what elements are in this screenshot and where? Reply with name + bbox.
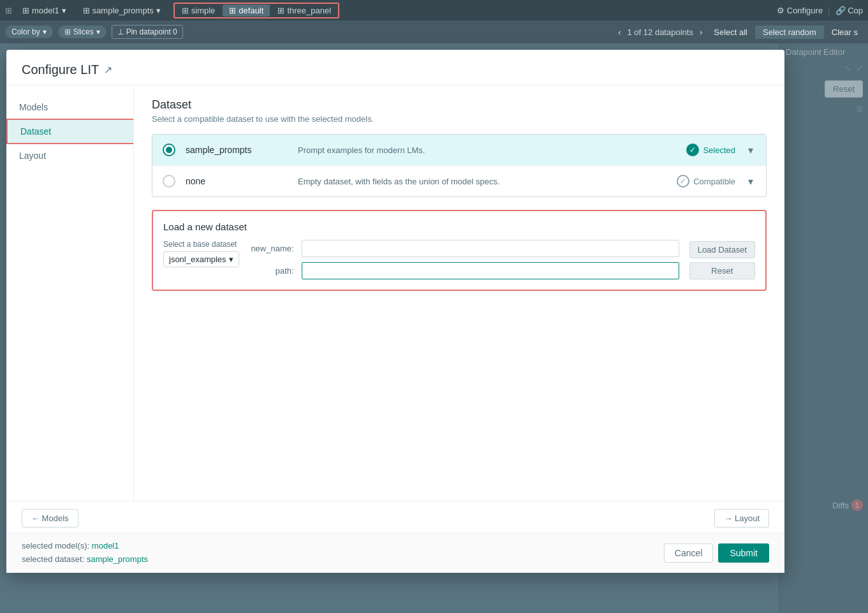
clear-button[interactable]: Clear s <box>827 26 863 39</box>
select-random-button[interactable]: Select random <box>755 26 824 39</box>
sidebar-models-label: Models <box>19 102 48 112</box>
configure-button[interactable]: ⚙ Configure <box>777 6 823 15</box>
tab-default[interactable]: ⊞ default <box>223 4 270 17</box>
selected-label: Selected <box>703 145 735 155</box>
second-bar-right: ‹ 1 of 12 datapoints › Select all Select… <box>614 26 863 39</box>
configure-label: Configure <box>787 6 823 15</box>
grid-icon: ⊞ <box>5 6 12 15</box>
reset-dataset-button[interactable]: Reset <box>689 262 755 279</box>
slices-chip[interactable]: ⊞ Slices ▾ <box>58 26 107 38</box>
load-form-actions: Load Dataset Reset <box>689 240 755 279</box>
new-name-label: new_name: <box>249 244 294 253</box>
dataset-tab-icon: ⊞ <box>83 6 90 15</box>
compatible-label: Compatible <box>693 177 735 186</box>
selected-models-label: selected model(s): <box>22 541 89 550</box>
base-dataset-select[interactable]: jsonl_examples ▾ <box>163 251 239 267</box>
sidebar-item-layout[interactable]: Layout <box>6 144 133 167</box>
dialog-action-footer: selected model(s): model1 selected datas… <box>6 533 784 573</box>
dataset-status-compatible: ✓ Compatible <box>659 175 735 188</box>
top-bar-right: ⚙ Configure | 🔗 Cop <box>777 6 863 15</box>
color-by-chip[interactable]: Color by ▾ <box>5 26 53 38</box>
color-by-label: Color by <box>11 27 40 36</box>
dataset-radio-sample-prompts[interactable] <box>163 144 175 156</box>
dataset-list: sample_prompts Prompt examples for moder… <box>152 134 767 197</box>
model-tab-label: model1 <box>32 6 59 15</box>
second-bar: Color by ▾ ⊞ Slices ▾ ⊥ Pin datapoint 0 … <box>0 20 868 43</box>
path-field-row: path: <box>249 262 679 279</box>
tab-simple-icon: ⊞ <box>182 6 189 15</box>
slices-label: Slices <box>73 27 94 36</box>
load-dataset-title: Load a new dataset <box>163 221 755 232</box>
sample-prompts-expand-button[interactable]: ▾ <box>746 144 756 156</box>
base-dataset-label: Select a base dataset <box>163 240 239 249</box>
dataset-row-sample-prompts[interactable]: sample_prompts Prompt examples for moder… <box>152 135 766 166</box>
dataset-status-selected: ✓ Selected <box>659 144 735 156</box>
pin-button[interactable]: ⊥ Pin datapoint 0 <box>112 25 183 39</box>
content-area: Datapoint Editor ⤡ ⤢ Reset ≡ Diffs 1 Con… <box>0 43 868 613</box>
dialog-body: Models Dataset Layout Dataset Select a c… <box>6 85 784 501</box>
dialog-header: Configure LIT ↗ <box>6 50 784 85</box>
tab-simple-label: simple <box>191 6 216 15</box>
tab-three-panel[interactable]: ⊞ three_panel <box>271 4 337 17</box>
configure-dialog: Configure LIT ↗ Models Dataset Layout <box>6 50 784 573</box>
forward-layout-button[interactable]: → Layout <box>714 509 769 528</box>
selected-models-line: selected model(s): model1 <box>22 540 148 553</box>
model-tab-icon: ⊞ <box>22 6 29 15</box>
top-bar: ⊞ ⊞ model1 ▾ ⊞ sample_prompts ▾ ⊞ simple… <box>0 0 868 20</box>
dialog-sidebar: Models Dataset Layout <box>6 85 134 501</box>
sidebar-item-models[interactable]: Models <box>6 96 133 119</box>
select-all-button[interactable]: Select all <box>709 26 753 39</box>
next-datapoint-button[interactable]: › <box>696 26 706 39</box>
dataset-desc-none: Empty dataset, with fields as the union … <box>298 177 649 186</box>
dataset-section-title: Dataset <box>152 98 767 112</box>
selected-dataset-line: selected dataset: sample_prompts <box>22 553 148 566</box>
datapoints-nav: 1 of 12 datapoints <box>628 27 693 37</box>
link-icon: 🔗 <box>835 6 846 15</box>
back-models-button[interactable]: ← Models <box>22 509 78 528</box>
load-dataset-button[interactable]: Load Dataset <box>689 241 755 258</box>
cancel-button[interactable]: Cancel <box>664 543 714 563</box>
dataset-name-sample-prompts: sample_prompts <box>186 145 288 155</box>
sidebar-item-dataset[interactable]: Dataset <box>6 119 133 144</box>
sidebar-dataset-label: Dataset <box>20 126 51 137</box>
tab-default-label: default <box>239 6 263 15</box>
selected-dataset-value[interactable]: sample_prompts <box>87 554 148 564</box>
dialog-footer-nav: ← Models → Layout <box>6 501 784 533</box>
pin-icon: ⊥ <box>117 27 124 36</box>
layout-tabs: ⊞ simple ⊞ default ⊞ three_panel <box>173 3 339 18</box>
load-dataset-section: Load a new dataset Select a base dataset… <box>152 210 767 291</box>
sidebar-layout-label: Layout <box>19 151 46 161</box>
dialog-main: Dataset Select a compatible dataset to u… <box>134 85 784 501</box>
selected-models-value[interactable]: model1 <box>92 541 119 550</box>
slices-icon: ⊞ <box>64 27 71 36</box>
submit-button[interactable]: Submit <box>718 543 769 563</box>
model-tab-chevron: ▾ <box>62 6 66 15</box>
gear-icon: ⚙ <box>777 6 784 15</box>
prev-datapoint-button[interactable]: ‹ <box>614 26 624 39</box>
tab-three-panel-icon: ⊞ <box>277 6 284 15</box>
none-expand-button[interactable]: ▾ <box>746 175 756 188</box>
tab-simple[interactable]: ⊞ simple <box>175 4 222 17</box>
dataset-desc-sample-prompts: Prompt examples for modern LMs. <box>298 145 649 155</box>
dataset-tab[interactable]: ⊞ sample_prompts ▾ <box>77 3 167 18</box>
selected-dataset-label: selected dataset: <box>22 554 84 564</box>
pin-label: Pin datapoint 0 <box>126 27 177 36</box>
copy-button[interactable]: 🔗 Cop <box>835 6 863 15</box>
external-link-icon[interactable]: ↗ <box>104 64 112 76</box>
dataset-row-none[interactable]: none Empty dataset, with fields as the u… <box>152 166 766 196</box>
dialog-title: Configure LIT <box>22 63 99 77</box>
dialog-overlay: Configure LIT ↗ Models Dataset Layout <box>0 43 868 613</box>
slices-chevron: ▾ <box>96 27 100 36</box>
tab-default-icon: ⊞ <box>229 6 236 15</box>
new-name-input[interactable] <box>302 240 679 257</box>
copy-label: Cop <box>848 6 863 15</box>
dataset-radio-none[interactable] <box>163 175 175 188</box>
compatible-check-icon: ✓ <box>677 175 689 188</box>
model-tab[interactable]: ⊞ model1 ▾ <box>16 3 73 18</box>
footer-info: selected model(s): model1 selected datas… <box>22 540 148 566</box>
path-input[interactable] <box>302 262 679 279</box>
color-by-chevron: ▾ <box>43 27 47 36</box>
load-form: Select a base dataset jsonl_examples ▾ n… <box>163 240 755 279</box>
footer-actions: Cancel Submit <box>664 543 769 563</box>
path-label: path: <box>249 266 294 276</box>
